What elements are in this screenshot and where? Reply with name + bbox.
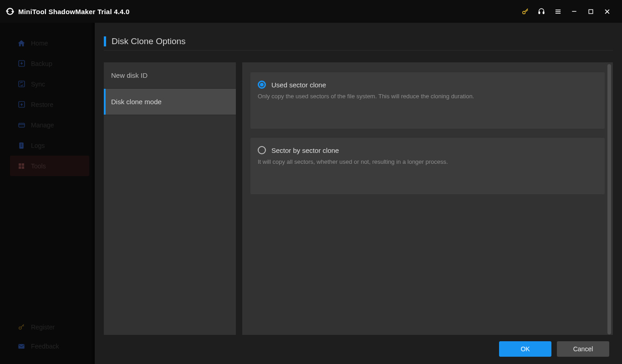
logs-icon — [17, 142, 25, 150]
title-accent — [104, 36, 106, 46]
mode-option-sector-by-sector[interactable]: Sector by sector clone It will copy all … — [250, 138, 605, 194]
page-title: Disk Clone Options — [112, 36, 186, 46]
app-title: MiniTool ShadowMaker Trial 4.4.0 — [18, 8, 130, 15]
radio-selected-icon[interactable] — [258, 81, 266, 89]
sidebar-item-tools[interactable]: Tools — [10, 156, 89, 176]
mode-desc: Only copy the used sectors of the file s… — [258, 92, 597, 101]
app-logo-icon — [5, 7, 15, 16]
sidebar-item-home[interactable]: Home — [10, 33, 89, 53]
mode-panel: Used sector clone Only copy the used sec… — [242, 62, 613, 335]
menu-icon[interactable] — [551, 5, 565, 18]
option-list: New disk ID Disk clone mode — [104, 62, 236, 335]
mode-label: Sector by sector clone — [271, 147, 339, 154]
sidebar-item-label: Backup — [31, 60, 52, 67]
register-icon — [17, 323, 25, 331]
sidebar-item-restore[interactable]: Restore — [10, 94, 89, 115]
mode-option-used-sector[interactable]: Used sector clone Only copy the used sec… — [250, 72, 605, 129]
tools-icon — [17, 162, 25, 170]
svg-rect-24 — [18, 344, 24, 349]
sidebar-item-label: Register — [31, 324, 55, 331]
maximize-icon[interactable] — [584, 5, 597, 18]
minimize-icon[interactable] — [567, 5, 581, 18]
support-icon[interactable] — [535, 5, 548, 18]
option-tab-label: Disk clone mode — [111, 98, 162, 106]
sidebar-item-label: Tools — [31, 162, 46, 170]
svg-rect-2 — [543, 12, 544, 14]
svg-rect-20 — [22, 163, 24, 166]
sidebar-item-label: Logs — [31, 142, 45, 149]
sync-icon — [17, 80, 25, 88]
register-key-icon[interactable] — [518, 5, 532, 18]
cancel-button[interactable]: Cancel — [557, 341, 609, 357]
sidebar-item-label: Sync — [31, 81, 45, 88]
sidebar-item-feedback[interactable]: Feedback — [10, 337, 89, 356]
dialog-footer: OK Cancel — [104, 335, 613, 357]
option-tab-disk-clone-mode[interactable]: Disk clone mode — [104, 89, 236, 115]
svg-point-23 — [19, 327, 21, 329]
svg-rect-13 — [19, 123, 25, 127]
svg-point-0 — [522, 11, 525, 14]
sidebar-item-label: Restore — [31, 101, 53, 108]
mode-desc: It will copy all sectors, whether used o… — [258, 158, 597, 166]
sidebar: Home Backup Sync Restore — [0, 23, 95, 364]
mode-label: Used sector clone — [271, 81, 326, 89]
svg-rect-17 — [20, 145, 22, 145]
scrollbar[interactable] — [607, 64, 611, 334]
sidebar-item-backup[interactable]: Backup — [10, 53, 89, 74]
sidebar-item-manage[interactable]: Manage — [10, 115, 89, 135]
svg-rect-19 — [19, 163, 21, 166]
sidebar-item-register[interactable]: Register — [10, 318, 89, 337]
svg-rect-16 — [20, 144, 22, 144]
sidebar-item-sync[interactable]: Sync — [10, 74, 89, 94]
option-tab-new-disk-id[interactable]: New disk ID — [104, 62, 236, 89]
sidebar-item-label: Feedback — [31, 343, 59, 350]
svg-rect-21 — [19, 166, 21, 168]
restore-icon — [17, 101, 25, 109]
svg-rect-7 — [589, 10, 593, 14]
sidebar-item-logs[interactable]: Logs — [10, 135, 89, 156]
svg-rect-18 — [20, 146, 22, 147]
feedback-icon — [17, 342, 25, 350]
radio-unselected-icon[interactable] — [258, 146, 266, 154]
manage-icon — [17, 121, 25, 129]
home-icon — [17, 39, 25, 47]
sidebar-item-label: Manage — [31, 121, 54, 129]
option-tab-label: New disk ID — [111, 71, 148, 79]
ok-button[interactable]: OK — [499, 341, 551, 357]
close-icon[interactable] — [600, 5, 614, 18]
svg-rect-1 — [539, 12, 540, 14]
svg-rect-15 — [19, 142, 23, 148]
sidebar-item-label: Home — [31, 40, 48, 47]
svg-rect-22 — [22, 166, 24, 168]
title-bar: MiniTool ShadowMaker Trial 4.4.0 — [0, 0, 622, 23]
backup-icon — [17, 60, 25, 68]
content-area: Disk Clone Options New disk ID Disk clon… — [95, 23, 622, 364]
